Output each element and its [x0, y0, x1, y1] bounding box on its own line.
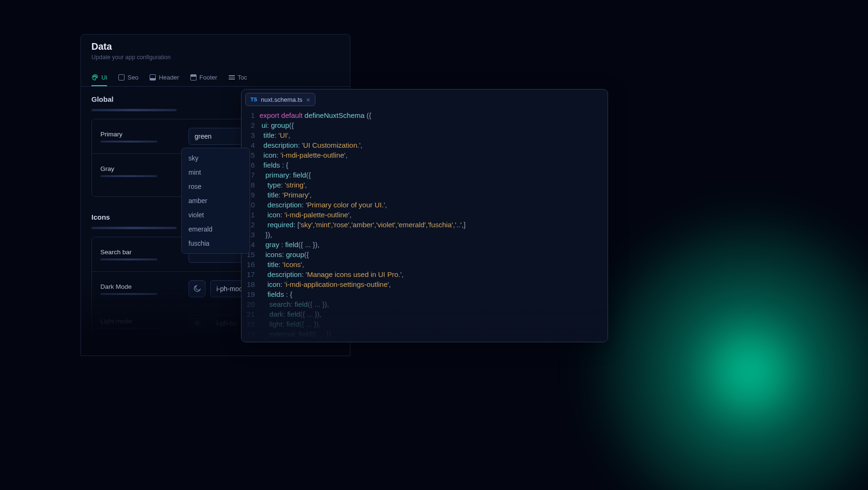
tab-seo[interactable]: Seo: [118, 69, 138, 86]
panel-subtitle: Update your app configuration: [91, 54, 340, 61]
tab-label: Header: [159, 74, 179, 81]
dark-icon-tile[interactable]: [188, 280, 206, 297]
primary-value: green: [195, 133, 212, 140]
placeholder-bar: [100, 175, 157, 177]
placeholder-bar: [100, 141, 157, 143]
panel-title: Data: [91, 41, 340, 52]
panel-header: Data Update your app configuration: [81, 35, 350, 66]
dark-value: i-ph-moo: [216, 285, 242, 293]
filename: nuxt.schema.ts: [261, 96, 302, 103]
option-amber[interactable]: amber: [182, 194, 250, 208]
header-icon: [150, 74, 156, 80]
seo-icon: [118, 74, 125, 80]
palette-icon: [91, 74, 98, 81]
primary-label: Primary: [100, 131, 181, 138]
placeholder-bar: [100, 328, 157, 330]
option-emerald[interactable]: emerald: [182, 222, 250, 236]
footer-icon: [190, 74, 197, 80]
svg-point-0: [93, 77, 94, 78]
option-fuschia[interactable]: fuschia: [182, 236, 250, 250]
code-content: 1export default defineNuxtSchema ({2 ui:…: [242, 110, 608, 342]
file-tab[interactable]: TS nuxt.schema.ts ×: [245, 93, 315, 106]
tab-header[interactable]: Header: [150, 69, 179, 86]
option-sky[interactable]: sky: [182, 151, 250, 165]
option-mint[interactable]: mint: [182, 165, 250, 179]
tab-label: Ui: [101, 74, 107, 81]
svg-point-2: [95, 76, 96, 77]
placeholder-bar: [100, 258, 157, 260]
placeholder-bar: [100, 293, 157, 295]
option-rose[interactable]: rose: [182, 179, 250, 194]
dark-label: Dark Mode: [100, 283, 181, 290]
filetype-badge: TS: [251, 97, 257, 102]
light-value: i-ph-su: [216, 320, 237, 327]
sun-icon: [193, 319, 201, 328]
light-icon-tile[interactable]: [188, 315, 206, 332]
moon-icon: [193, 285, 201, 293]
svg-point-1: [94, 76, 95, 77]
primary-dropdown: sky mint rose amber violet emerald fusch…: [181, 148, 250, 254]
toc-icon: [229, 74, 235, 80]
tab-footer[interactable]: Footer: [190, 69, 217, 86]
code-editor: TS nuxt.schema.ts × 1export default defi…: [241, 89, 608, 342]
option-violet[interactable]: violet: [182, 208, 250, 222]
light-label: Light mode: [100, 318, 181, 325]
tab-toc[interactable]: Toc: [229, 69, 247, 86]
tab-label: Toc: [238, 74, 247, 81]
gray-label: Gray: [100, 165, 181, 172]
placeholder-bar: [91, 227, 177, 229]
config-tabs: Ui Seo Header Footer Toc: [81, 69, 350, 87]
tab-label: Footer: [199, 74, 217, 81]
tab-ui[interactable]: Ui: [91, 69, 107, 86]
placeholder-bar: [91, 109, 177, 111]
close-icon[interactable]: ×: [306, 96, 311, 104]
svg-point-4: [196, 322, 198, 325]
svg-point-3: [96, 77, 97, 78]
tab-label: Seo: [127, 74, 138, 81]
searchbar-label: Search bar: [100, 249, 181, 256]
